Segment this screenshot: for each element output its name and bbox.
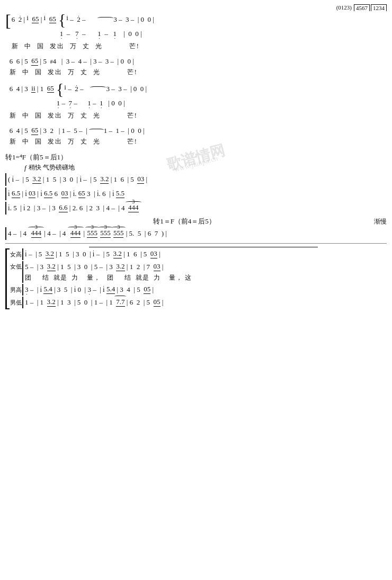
triplet-444-2: 3 444 [31,229,42,237]
note-65-ul-2: 65 [49,15,56,23]
triplet-555-3: 3 555 [113,229,124,237]
curly-brace: { [58,13,66,26]
bass-32: 3.2 [47,298,56,306]
alto-section: 5 – | 3 3.2 | 1 5 | 3 0 | 5 – | 3 3.2 | … [22,261,387,283]
part-label-alto: 女低 [10,261,22,271]
tenor-05: 05 [144,285,150,293]
note-i-high: i [26,14,29,22]
lyric-row-3: 新 中 国 发出 万 丈 光 芒! [10,111,387,122]
soprano-i2: i [93,250,95,258]
tenor-3-low: 3 [25,285,29,294]
alto-lyric: 团 结 就是 力 量， 团 结 就是 力 量， 这 [25,273,387,283]
note-2-dot: 2 [19,15,22,24]
soprano-staff: i – | 5 3.2 | 1 5 | 3 0 | i – | 5 3.2 | … [22,248,387,260]
curly-brace-3: { [56,82,64,96]
staff-row-4: 6 4 | 5 65 | 3 2 | 1 – 5 – | 1 – 1 – | 0… [10,125,387,137]
arc-3 [90,86,106,89]
alto-staff: 5 – | 3 3.2 | 1 5 | 3 0 | 5 – | 3 3.2 | … [25,261,387,273]
soprano-32: 3.2 [46,250,54,258]
triplet-555-1: 3 555 [87,229,97,237]
key-change-1: 转1=⁴F（前5＝后1） [5,153,387,162]
choir-big-bracket [5,248,10,309]
note-i3: i [64,83,66,92]
note-03-s2-2: 03 [29,190,35,198]
bass-staff: 1 – | 1 3.2 | 1 3 | 5 0 | 1 – | 1 7.7 | … [22,297,387,308]
note-65-ul-5: 65 [31,127,38,135]
choir-bass-row: 男低 1 – | 1 3.2 | 1 3 | 5 0 | 1 – | 1 7.7… [10,297,387,308]
note-i-high-2: i [44,14,46,22]
note-i-s2-9: i [8,204,10,212]
top-num-4567: 4567 [354,4,370,11]
note-i-s2-4: i [25,190,27,198]
note-i-s2: i [12,175,14,184]
note-65-ul-3: 65 [31,57,38,65]
music-line-2: [ 6 6 | 5 65 | 5 #4 | 3 – 4 – | 3 – 3 – … [5,56,387,78]
note-55-s2: 5.5 [116,190,124,198]
staff-row-1a: 6 2 | i 65 | i 65 { i – 2 [12,12,387,27]
section2-line1: ( i – | 5 3.2 | 1 5 | 3 0 | i – | 5 3.2 … [5,173,387,186]
arc-4 [89,129,104,131]
part-label-tenor: 男高 [10,286,22,294]
key-change-2: 转1＝F（前4＝后5） [5,217,363,226]
staff-row-3a: 6 4 | 3 ii | 1 65 { i – 2 – 3 – 3 – | 0 … [10,82,387,96]
lyric-row-2: 新 中 国 发出 万 丈 光 芒! [10,67,387,78]
notes-lower-1: 1 – 7 – 1 – 1 | 0 0 | [60,30,142,38]
top-num-1234: 1234 [371,4,387,11]
tenor-54-2: 5.4 [106,285,115,293]
music-line-4: [ 6 4 | 5 65 | 3 2 | 1 – 5 – | 1 – 1 – |… [5,125,387,149]
section2-line3: i. 5 | i 2 | 3 – | 3 6.6 | 2. 6 | 2 3 | … [5,202,387,215]
tempo-dyn-row: f 稍快 气势磅礴地 [5,163,387,172]
tie-line-choir [89,247,318,247]
tenor-i: i [40,285,42,294]
alto-32-2: 3.2 [116,263,124,271]
part-label-soprano: 女高 [10,251,22,258]
bass-05: 05 [154,298,161,306]
notes-00-1: 0 0 [141,15,152,24]
tenor-54: 5.4 [43,285,52,293]
note-32-s2-2: 3.2 [100,175,109,183]
note-3-dash-1: 3 – 3 – [113,15,134,24]
music-line-1: [ 6 2 | i 65 | i 65 { [5,12,387,52]
triplet-444-3: 3 444 [70,229,81,237]
tenor-i2: i [74,285,76,294]
note-65-s2: 6.5 [12,190,20,198]
staff-row-1b: { 1 – 7 – 1 – 1 | 0 0 | [12,27,387,42]
choir-alto-row: 女低 5 – | 3 3.2 | 1 5 | 3 0 | 5 – | 3 3.2… [10,261,387,283]
tempo-mark-1: 稍快 气势磅礴地 [29,163,75,172]
note-65-ul: 65 [32,15,39,23]
part-label-bass: 男低 [10,299,22,307]
lyric-row-1: 新 中 国 发出 万 丈 光 芒! [12,41,387,52]
arc-1 [97,17,113,20]
note-03-s2-3: 03 [61,190,68,198]
note-65-s2-3: 65 [78,190,85,198]
left-bracket-1: [ [5,12,11,29]
page: 歌谱情网 www.jianpu.cn (0123) 4567 1234 [ 6 … [0,0,392,316]
section2-line2: i 6.5 | i 03 | i 6.5 6 03 | i. 65 3 | i.… [5,188,387,200]
notes-3-3: 3 – 3 – | 0 0 | [106,85,147,93]
note-i-high-3: i [66,14,68,22]
choir-soprano-row: 女高 i – | 5 3.2 | 1 5 | 3 0 | i – | 5 3.2… [10,248,387,260]
tenor-i3: i [103,285,105,294]
section-divider [5,243,387,244]
choir-tenor-row: 男高 3 – | i 5.4 | 3 5 | i 0 | 3 – | i 5.4 [10,284,387,296]
soprano-03: 03 [150,250,157,258]
staff-row-2: 6 6 | 5 65 | 5 #4 | 3 – 4 – | 3 – 3 – | … [10,56,387,67]
tenor-staff: 3 – | i 5.4 | 3 5 | i 0 | 3 – | i 5.4 | … [22,284,387,296]
note-65-s2-2: 6.5 [44,190,52,198]
top-num-0123: 0123 [338,4,350,11]
note-i-s2-5: i [40,190,42,198]
note-65-ul-4: 65 [47,85,54,93]
alto-32: 3.2 [47,263,56,271]
soprano-32-2: 3.2 [113,250,122,258]
note-i-s2-3: i [8,190,10,198]
note-32-s2: 3.2 [32,175,41,183]
choir-bracket: 女高 i – | 5 3.2 | 1 5 | 3 0 | i – | 5 3.2… [5,248,387,309]
note-2-repeat: 2 [77,15,81,24]
note-i-s2-2: i [79,175,82,184]
dyn-mark-1: f [24,164,26,172]
music-line-3: [ 6 4 | 3 ii | 1 65 { i – 2 – 3 – 3 – | … [5,82,387,122]
lyric-row-4: 新 中 国 发出 万 丈 光 芒! [10,137,387,149]
triplet-555-2: 3 555 [100,229,111,237]
note-i-s2-6: i [73,190,75,198]
note-i-s2-8: i [112,190,114,198]
